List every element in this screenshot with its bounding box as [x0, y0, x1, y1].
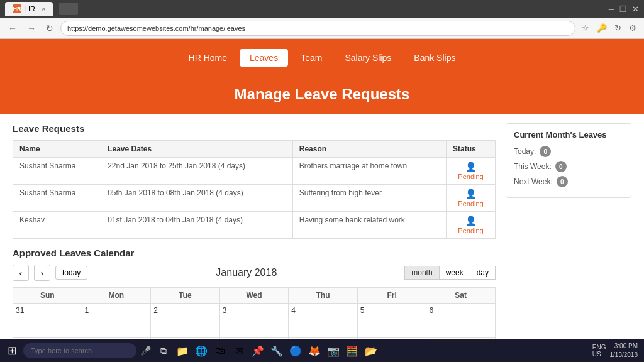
nav-leaves[interactable]: Leaves: [240, 49, 288, 67]
cal-day-header: Sat: [426, 288, 496, 304]
cell-reason: Brothers marriage at home town: [292, 158, 446, 185]
forward-button[interactable]: →: [24, 22, 39, 35]
taskbar-pin1[interactable]: 📌: [249, 342, 267, 359]
cal-day-number: 5: [360, 306, 365, 315]
mic-icon[interactable]: 🎤: [140, 346, 151, 356]
cell-dates: 01st Jan 2018 to 04th Jan 2018 (4 days): [101, 212, 293, 239]
cal-week-row: 31123456: [13, 304, 496, 338]
taskbar-right: ENGUS 3:00 PM 1/13/2018: [592, 342, 641, 359]
stat-count: 0: [557, 176, 568, 187]
cell-status: 👤 Pending: [447, 212, 496, 239]
tab-close-button[interactable]: ×: [42, 5, 45, 13]
cell-dates: 22nd Jan 2018 to 25th Jan 2018 (4 days): [101, 158, 293, 185]
taskbar-pin7[interactable]: 📂: [362, 342, 380, 359]
main-content: Leave Requests Name Leave Dates Reason S…: [0, 114, 644, 362]
stat-label: This Week:: [514, 162, 552, 171]
taskbar-search[interactable]: [23, 343, 136, 358]
cal-day-cell: 4: [289, 304, 358, 338]
extension-icon[interactable]: 🔑: [594, 22, 609, 34]
status-label: Pending: [458, 227, 483, 234]
cal-day-cell: 31: [13, 304, 82, 338]
taskbar: ⊞ 🎤 ⧉ 📁 🌐 🛍 ✉ 📌 🔧 🔵 🦊 📷 🧮 📂 ENGUS 3:00 P…: [0, 339, 644, 362]
taskbar-pin2[interactable]: 🔧: [268, 342, 286, 359]
month-stat: Next Week:0: [514, 176, 623, 187]
status-label: Pending: [458, 200, 483, 207]
browser-tab[interactable]: HR HR ×: [5, 2, 53, 16]
stat-label: Next Week:: [514, 177, 553, 186]
cal-day-cell: 3: [219, 304, 289, 338]
col-status: Status: [447, 141, 496, 158]
close-window-button[interactable]: ✕: [632, 4, 639, 14]
stat-count: 0: [540, 146, 551, 157]
taskbar-mail[interactable]: ✉: [230, 342, 248, 359]
cal-day-cell: 2: [151, 304, 220, 338]
browser-toolbar: ← → ↻ ☆ 🔑 ↻ ⚙: [0, 18, 644, 39]
cal-day-number: 6: [429, 306, 433, 315]
col-reason: Reason: [292, 141, 446, 158]
settings-icon[interactable]: ⚙: [626, 22, 639, 34]
calendar-header: ‹ › today January 2018 month week day: [13, 265, 496, 281]
cal-day-number: 3: [223, 306, 227, 315]
cell-status: 👤 Pending: [447, 185, 496, 212]
cal-prev-button[interactable]: ‹: [13, 265, 29, 281]
taskbar-pin3[interactable]: 🔵: [287, 342, 304, 359]
page-title: Manage Leave Requests: [0, 85, 644, 103]
minimize-button[interactable]: ─: [609, 4, 614, 14]
new-tab-button[interactable]: [59, 3, 78, 15]
cal-day-header: Thu: [289, 288, 358, 304]
status-label: Pending: [458, 173, 483, 180]
browser-titlebar: HR HR × ─ ❐ ✕: [0, 0, 644, 18]
taskbar-clock: 3:00 PM 1/13/2018: [610, 342, 638, 359]
taskbar-task-view[interactable]: ⧉: [155, 342, 172, 359]
address-bar[interactable]: [60, 21, 575, 36]
nav-bank-slips[interactable]: Bank Slips: [404, 49, 465, 67]
right-panel: Current Month's Leaves Today:0This Week:…: [506, 123, 631, 362]
tab-title: HR: [25, 5, 35, 13]
cal-view-day[interactable]: day: [470, 266, 496, 280]
restore-button[interactable]: ❐: [619, 4, 627, 14]
calendar-title: Approved Leaves Calendar: [13, 248, 496, 258]
taskbar-pin6[interactable]: 🧮: [343, 342, 361, 359]
leave-requests-table: Name Leave Dates Reason Status Sushant S…: [13, 140, 496, 239]
start-button[interactable]: ⊞: [3, 341, 22, 360]
cal-today-button[interactable]: today: [55, 266, 87, 280]
cal-month-label: January 2018: [92, 267, 400, 278]
nav-salary-slips[interactable]: Salary Slips: [335, 49, 401, 67]
cell-dates: 05th Jan 2018 to 08th Jan 2018 (4 days): [101, 185, 293, 212]
cell-reason: Suffering from high fever: [292, 185, 446, 212]
col-dates: Leave Dates: [101, 141, 293, 158]
taskbar-pin5[interactable]: 📷: [325, 342, 342, 359]
cell-name: Sushant Sharma: [13, 185, 101, 212]
status-icon: 👤: [465, 189, 476, 199]
cal-view-week[interactable]: week: [439, 266, 470, 280]
table-row: Keshav 01st Jan 2018 to 04th Jan 2018 (4…: [13, 212, 496, 239]
cal-day-header: Wed: [219, 288, 289, 304]
cal-day-header: Mon: [82, 288, 151, 304]
cal-day-header: Sun: [13, 288, 82, 304]
cal-day-number: 1: [85, 306, 89, 315]
table-row: Sushant Sharma 22nd Jan 2018 to 25th Jan…: [13, 158, 496, 185]
refresh-icon[interactable]: ↻: [612, 22, 624, 34]
tab-favicon: HR: [13, 4, 21, 13]
nav-hr-home[interactable]: HR Home: [179, 49, 237, 67]
cal-day-cell: 1: [82, 304, 151, 338]
back-button[interactable]: ←: [5, 22, 20, 35]
taskbar-pin4[interactable]: 🦊: [306, 342, 323, 359]
current-month-title: Current Month's Leaves: [514, 130, 623, 140]
cal-next-button[interactable]: ›: [34, 265, 50, 281]
bookmark-icon[interactable]: ☆: [579, 22, 592, 34]
cal-day-cell: 6: [426, 304, 496, 338]
app-nav: HR Home Leaves Team Salary Slips Bank Sl…: [0, 39, 644, 77]
cal-view-buttons: month week day: [405, 266, 496, 280]
reload-button[interactable]: ↻: [43, 22, 57, 35]
taskbar-explorer[interactable]: 📁: [174, 342, 191, 359]
month-stat: This Week:0: [514, 161, 623, 172]
cal-view-month[interactable]: month: [404, 266, 439, 280]
taskbar-store[interactable]: 🛍: [211, 342, 229, 359]
cal-day-number: 4: [291, 306, 296, 315]
taskbar-pinned-icons: ⧉ 📁 🌐 🛍 ✉ 📌 🔧 🔵 🦊 📷 🧮 📂: [155, 342, 380, 359]
table-row: Sushant Sharma 05th Jan 2018 to 08th Jan…: [13, 185, 496, 212]
cal-day-number: 31: [16, 306, 24, 315]
nav-team[interactable]: Team: [291, 49, 332, 67]
taskbar-edge[interactable]: 🌐: [192, 342, 210, 359]
